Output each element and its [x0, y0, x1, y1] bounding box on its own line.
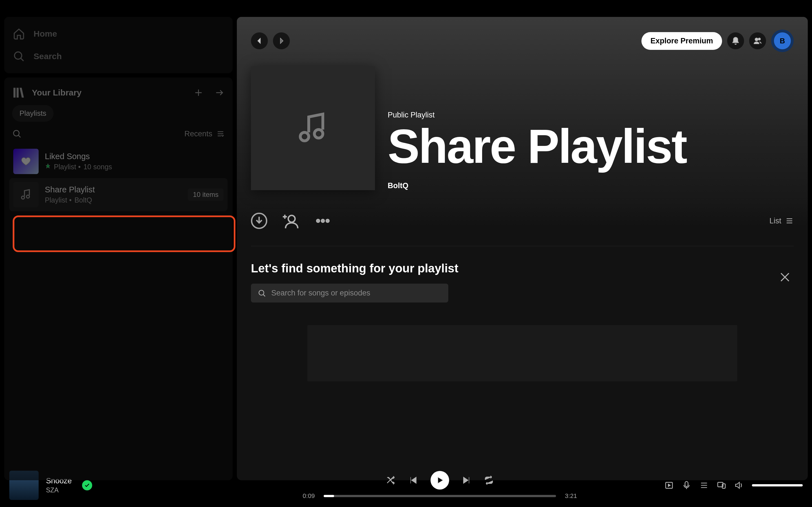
nav-search[interactable]: Search [13, 45, 224, 68]
svg-point-0 [14, 52, 22, 59]
now-playing-view-button[interactable] [665, 481, 673, 490]
svg-rect-1 [14, 88, 15, 98]
notifications-button[interactable] [727, 33, 744, 49]
library-item-liked-songs[interactable]: Liked Songs Playlist • 10 songs [9, 145, 227, 178]
duration-time: 3:21 [561, 492, 581, 500]
previous-button[interactable] [408, 475, 418, 485]
library-icon [13, 87, 25, 99]
download-button[interactable] [251, 213, 267, 229]
library-item-sub-suffix: 10 songs [84, 163, 112, 171]
liked-songs-thumb [13, 149, 39, 174]
shuffle-button[interactable] [386, 475, 396, 485]
recommendations-placeholder [307, 325, 737, 381]
user-avatar[interactable]: B [771, 30, 794, 52]
lyrics-button[interactable] [682, 481, 691, 490]
friends-button[interactable] [749, 33, 766, 49]
svg-point-7 [288, 216, 295, 222]
bell-icon [731, 37, 740, 45]
list-view-icon [785, 217, 794, 225]
now-playing-artist[interactable]: SZA [46, 487, 72, 494]
player-bar: Snooze SZA 0:09 3:21 [4, 463, 808, 507]
shuffle-icon [386, 475, 396, 485]
svg-point-9 [321, 219, 324, 223]
volume-button[interactable] [734, 481, 744, 490]
playlist-cover[interactable] [251, 66, 375, 190]
more-horizontal-icon [315, 213, 331, 229]
now-playing-title[interactable]: Snooze [46, 476, 72, 485]
check-icon [84, 483, 90, 488]
repeat-icon [484, 475, 494, 485]
add-user-icon [283, 213, 299, 229]
plus-icon [194, 88, 203, 98]
svg-point-4 [755, 38, 758, 41]
play-icon [435, 476, 444, 485]
search-icon [13, 50, 25, 62]
find-songs-heading: Let's find something for your playlist [251, 262, 794, 275]
volume-bar[interactable] [752, 484, 803, 487]
playlist-title[interactable]: Share Playlist [388, 122, 686, 170]
pin-icon [45, 163, 51, 171]
svg-point-3 [13, 130, 19, 136]
more-options-button[interactable] [315, 213, 331, 229]
svg-point-5 [758, 38, 761, 40]
library-item-name: Liked Songs [45, 152, 223, 161]
skip-back-icon [408, 475, 418, 485]
people-icon [753, 37, 762, 45]
music-note-icon [296, 111, 330, 145]
svg-point-10 [326, 219, 329, 223]
library-list: Liked Songs Playlist • 10 songs Share Pl… [4, 143, 233, 213]
search-icon [258, 289, 266, 297]
connect-device-button[interactable] [717, 481, 726, 490]
library-item-sub-prefix: Playlist • [54, 163, 81, 171]
volume-icon [734, 481, 744, 490]
library-sort-label: Recents [185, 129, 212, 138]
playlist-hero: Explore Premium B Public Playlist Share … [237, 17, 808, 202]
svg-point-11 [259, 290, 264, 295]
chevron-left-icon [255, 37, 264, 45]
playlist-kind: Public Playlist [388, 111, 686, 119]
svg-point-8 [316, 219, 320, 223]
now-playing-view-icon [665, 481, 673, 490]
library-search-button[interactable] [12, 129, 22, 138]
list-icon [216, 129, 225, 138]
close-icon [779, 271, 791, 283]
download-icon [251, 213, 267, 229]
library-item-name: Share Playlist [45, 185, 182, 194]
music-note-icon [20, 189, 32, 201]
library-item-sub-suffix: BoltQ [74, 196, 92, 204]
library-item-sub-prefix: Playlist • [45, 196, 71, 204]
saved-check-icon[interactable] [82, 480, 92, 490]
nav-forward-button[interactable] [273, 33, 290, 49]
seek-bar[interactable] [324, 495, 556, 497]
filter-chip-playlists[interactable]: Playlists [12, 105, 54, 122]
repeat-button[interactable] [484, 475, 494, 485]
play-button[interactable] [430, 471, 449, 490]
main-view: Explore Premium B Public Playlist Share … [237, 17, 808, 480]
explore-premium-button[interactable]: Explore Premium [642, 32, 722, 50]
library-sort[interactable]: Recents [185, 129, 225, 138]
expand-library-button[interactable] [214, 88, 224, 98]
find-songs-input[interactable] [271, 289, 442, 297]
library-title: Your Library [32, 88, 82, 98]
find-songs-section: Let's find something for your playlist [237, 243, 808, 421]
search-icon [12, 129, 22, 138]
invite-collaborators-button[interactable] [283, 213, 299, 229]
now-playing-cover[interactable] [9, 471, 39, 500]
nav-back-button[interactable] [251, 33, 268, 49]
elapsed-time: 0:09 [299, 492, 319, 500]
playlist-owner[interactable]: BoltQ [388, 181, 686, 190]
next-button[interactable] [462, 475, 471, 485]
library-toggle[interactable]: Your Library [13, 87, 194, 99]
view-mode-toggle[interactable]: List [769, 217, 794, 225]
create-playlist-button[interactable] [194, 88, 203, 98]
nav-home[interactable]: Home [13, 22, 224, 45]
divider [251, 246, 794, 246]
library-item-share-playlist[interactable]: Share Playlist Playlist • BoltQ 10 items [9, 178, 227, 211]
skip-forward-icon [462, 475, 471, 485]
devices-icon [717, 481, 726, 490]
find-songs-search[interactable] [251, 284, 448, 302]
queue-button[interactable] [700, 481, 709, 490]
nav-panel: Home Search [4, 17, 233, 73]
sidebar: Home Search Your Library Playlists [4, 17, 233, 480]
close-find-button[interactable] [779, 271, 791, 283]
